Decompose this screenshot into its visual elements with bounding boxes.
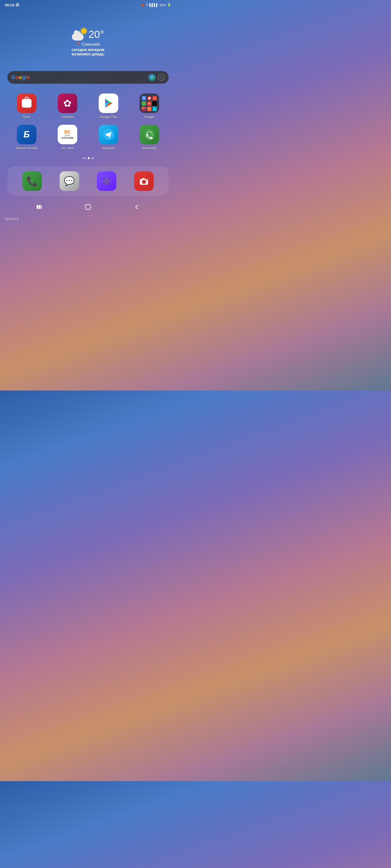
sun-icon [81, 28, 86, 34]
weather-temperature: 20° [88, 29, 104, 40]
page-dot-active[interactable] [88, 157, 90, 159]
signal-icon: H [146, 3, 148, 7]
whatsapp-label: WhatsApp [142, 146, 157, 150]
weather-main: 20° [72, 28, 104, 40]
dcnext-label: DC Next [62, 146, 74, 150]
google-logo: Google [11, 74, 30, 81]
page-indicators [0, 157, 176, 159]
location-pin-icon: 📍 [76, 42, 81, 46]
svg-rect-12 [142, 178, 145, 179]
telegram-label: Telegram [102, 146, 115, 150]
app-telegram[interactable]: Telegram [89, 125, 128, 150]
somon-label: Somon.tj [5, 217, 18, 221]
messages-dock-icon: 💬 [60, 172, 79, 191]
whatsapp-icon [140, 125, 159, 144]
mute-icon: 🔇 [141, 3, 145, 7]
svg-point-11 [143, 181, 145, 183]
weather-widget[interactable]: 20° 📍 Сомониён сегодня вечером возможен … [0, 28, 176, 56]
app-gallery[interactable]: ✿ Галерея [48, 93, 87, 119]
weather-icon [72, 28, 86, 40]
svg-rect-16 [40, 205, 41, 209]
dock-camera[interactable] [127, 172, 162, 191]
google-play-label: Google Play [100, 115, 117, 119]
store-label: Store [23, 115, 30, 119]
nav-back-button[interactable] [133, 203, 141, 211]
google-folder-label: Google [144, 115, 155, 119]
nav-home-button[interactable] [84, 203, 92, 211]
app-grid-row1: Store ✿ Галерея [0, 84, 176, 121]
app-whatsapp[interactable]: WhatsApp [130, 125, 169, 150]
dock-messages[interactable]: 💬 [52, 172, 87, 191]
gallery-status-icon: 🖼 [16, 3, 19, 7]
app-google-play[interactable]: Google Play [89, 93, 128, 119]
app-grid-row2: Б Эсхата Онлайн DC CITY DUSHANBE DC Next [0, 121, 176, 152]
weather-description: сегодня вечером возможен дождь [72, 48, 105, 56]
app-store[interactable]: Store [7, 93, 46, 119]
eshata-icon: Б [17, 125, 36, 144]
svg-rect-14 [37, 205, 38, 209]
status-icons: 🔇 H ▌▌▌▌ 82% 🔋 [141, 3, 171, 7]
battery-icon: 🔋 [167, 3, 171, 7]
status-bar: 09:24 🖼 🔇 H ▌▌▌▌ 82% 🔋 [0, 0, 176, 9]
app-dcnext[interactable]: DC CITY DUSHANBE DC Next [48, 125, 87, 150]
google-mic-icon[interactable]: 🎙 [148, 74, 156, 81]
cloud-icon [72, 33, 84, 40]
telegram-icon [99, 125, 118, 144]
weather-location: 📍 Сомониён [76, 42, 100, 46]
page-lines [83, 157, 86, 159]
page-dot-inactive[interactable] [92, 157, 93, 159]
phone-dock-icon: 📞 [22, 172, 42, 191]
nav-recents-button[interactable] [35, 203, 44, 211]
app-google-folder[interactable]: G ⬤ M 📍 ▶ ♪ 📷 S L Google [130, 93, 169, 119]
store-icon [17, 93, 36, 113]
eshata-label: Эсхата Онлайн [16, 146, 38, 150]
svg-point-13 [146, 179, 147, 180]
dock: 📞 💬 [7, 166, 169, 196]
network-bars-icon: ▌▌▌▌ [149, 3, 158, 7]
battery-text: 82% [160, 3, 166, 7]
gallery-label: Галерея [61, 115, 74, 119]
google-play-icon [99, 93, 118, 113]
dock-phone[interactable]: 📞 [15, 172, 50, 191]
navigation-bar [0, 199, 176, 215]
app-eshata[interactable]: Б Эсхата Онлайн [7, 125, 46, 150]
google-lens-icon[interactable]: ⊙ [158, 74, 165, 81]
dcnext-icon: DC CITY DUSHANBE [58, 125, 77, 144]
svg-rect-17 [86, 205, 90, 210]
status-time: 09:24 [5, 3, 14, 7]
google-folder-icon: G ⬤ M 📍 ▶ ♪ 📷 S L [140, 93, 159, 113]
browser-dock-icon [97, 172, 116, 191]
somon-footer: Somon.tj [0, 215, 176, 222]
camera-dock-icon [134, 172, 154, 191]
svg-rect-15 [38, 205, 40, 209]
google-search-bar[interactable]: Google 🎙 ⊙ [7, 71, 169, 84]
dock-browser[interactable] [89, 172, 124, 191]
gallery-icon: ✿ [58, 93, 77, 113]
